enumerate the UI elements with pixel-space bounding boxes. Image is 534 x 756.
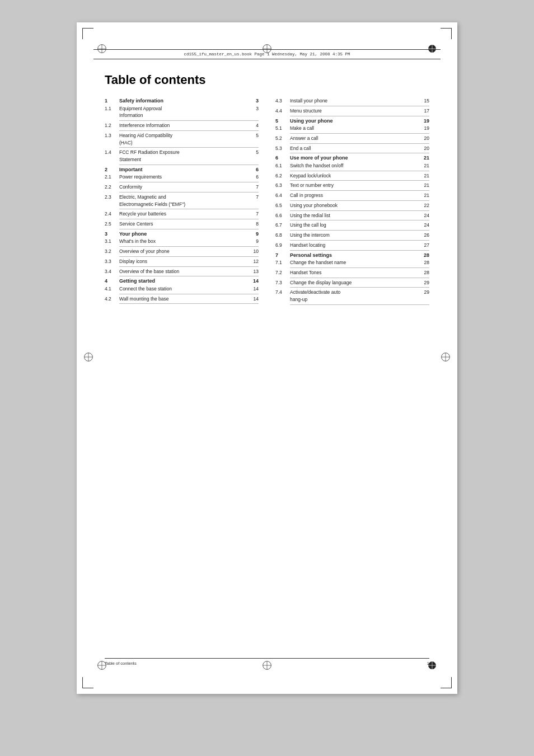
toc-entry-page: 29 [419,289,429,296]
toc-entry-page: 17 [419,107,429,115]
toc-entry-row: 2.4Recycle your batteries7 [105,210,259,218]
toc-entry-row: 4.4Menu structure17 [275,107,429,115]
toc-entry-title-line: Activate/deactivate auto [290,289,419,296]
toc-entry-number: 2.3 [105,194,119,201]
toc-entry: 6.8Using the intercom26 [275,232,429,242]
toc-entry-row: 7.4Activate/deactivate autohang-up29 [275,289,429,303]
toc-entry-title: Hearing Aid Compatibility(HAC) [119,132,249,147]
toc-entry: 2.2Conformity7 [105,184,259,194]
toc-entry: 2.5Service Centers8 [105,220,259,231]
toc-entry-title-line: Getting started [119,278,249,285]
page-title: Table of contents [105,73,429,87]
toc-entry-row: 2.1Power requirements6 [105,173,259,181]
toc-entry-number: 2.5 [105,220,119,228]
toc-entry-page: 28 [419,269,429,276]
toc-entry-title-line: Power requirements [119,173,249,181]
crop-mark-br [441,677,452,688]
toc-entry-title-line: Safety information [119,97,249,105]
toc-container: 1Safety information31.1Equipment Approva… [105,97,429,306]
toc-entry-title: Make a call [290,125,419,132]
toc-entry-title-line: Overview of the base station [119,268,249,275]
toc-entry-title: Getting started [119,278,249,285]
toc-entry-title-line: Connect the base station [119,285,249,293]
header-text: cd155_ifu_master_en_us.book Page 1 Wedne… [98,52,436,57]
toc-entry-number: 6.6 [275,212,290,219]
toc-entry-page: 21 [419,172,429,180]
document-page: cd155_ifu_master_en_us.book Page 1 Wedne… [77,22,457,694]
toc-entry-number: 6.1 [275,162,290,170]
toc-entry-page: 14 [249,285,259,293]
toc-entry: 5Using your phone19 [275,118,429,125]
toc-entry-page: 21 [419,182,429,189]
toc-entry-title: Using the intercom [290,232,419,239]
toc-entry-page: 10 [249,248,259,255]
toc-entry-row: 4Getting started14 [105,278,259,285]
footer-right: 1 [427,661,429,666]
toc-entry-number: 2.2 [105,184,119,191]
toc-entry-number: 7.1 [275,259,290,266]
toc-entry-title: Your phone [119,231,249,238]
toc-entry-title: Change the handset name [290,259,419,266]
toc-entry-title-line: Using the intercom [290,232,419,239]
toc-entry-number: 2.1 [105,173,119,181]
toc-entry-row: 4.2Wall mounting the base14 [105,295,259,303]
toc-entry-number: 1.2 [105,122,119,129]
toc-entry-row: 6.5Using your phonebook22 [275,202,429,209]
toc-entry-title: Install your phone [290,97,419,105]
toc-entry: 7.3Change the display language29 [275,279,429,289]
toc-entry: 6.3Text or number entry21 [275,182,429,192]
toc-entry-number: 3.1 [105,238,119,245]
toc-entry: 3.3Display icons12 [105,258,259,268]
toc-entry-title-line: Using your phone [290,118,419,125]
toc-entry-title: Recycle your batteries [119,210,249,218]
toc-entry-number: 6.2 [275,172,290,180]
toc-entry-number: 7.2 [275,269,290,276]
toc-entry-title-line: End a call [290,145,419,152]
toc-entry-number: 3.3 [105,258,119,265]
toc-entry: 4.4Menu structure17 [275,107,429,118]
toc-divider [290,230,429,231]
toc-entry-title-line: Hearing Aid Compatibility [119,132,249,139]
toc-entry-number: 4.4 [275,107,290,115]
toc-divider [290,287,429,288]
toc-entry-title-line: Electric, Magnetic and [119,194,249,201]
toc-entry-row: 5.2Answer a call20 [275,135,429,142]
toc-entry-page: 19 [419,118,429,125]
toc-entry-title: Overview of the base station [119,268,249,275]
toc-entry-title-line: Equipment Approval [119,105,249,112]
toc-entry-page: 28 [419,252,429,260]
toc-entry-title-line: Handset Tones [290,269,419,276]
toc-entry-title: Wall mounting the base [119,295,249,303]
toc-divider [290,304,429,305]
toc-entry-number: 4.2 [105,295,119,303]
toc-entry-page: 7 [249,184,259,191]
toc-entry-row: 3.2Overview of your phone10 [105,248,259,255]
toc-entry-row: 3.4Overview of the base station13 [105,268,259,275]
toc-divider [290,210,429,211]
toc-entry-page: 5 [249,132,259,139]
toc-left-column: 1Safety information31.1Equipment Approva… [105,97,259,306]
toc-entry-row: 3.1What's in the box9 [105,238,259,245]
toc-entry: 5.1Make a call19 [275,125,429,135]
toc-entry-page: 7 [249,210,259,218]
toc-entry-page: 3 [249,97,259,105]
toc-entry-title-line: Text or number entry [290,182,419,189]
toc-entry-title-line: Personal settings [290,252,419,260]
toc-entry-title: Using the call log [290,222,419,229]
toc-entry-row: 2.2Conformity7 [105,184,259,191]
toc-entry-number: 6 [275,154,290,162]
toc-divider [119,276,259,276]
toc-entry-row: 3.3Display icons12 [105,258,259,265]
toc-entry-row: 4.1Connect the base station14 [105,285,259,293]
toc-entry-page: 20 [419,135,429,142]
toc-entry-page: 24 [419,222,429,229]
toc-entry-title: Activate/deactivate autohang-up [290,289,419,303]
toc-entry: 4.1Connect the base station14 [105,285,259,295]
toc-entry-number: 7.4 [275,289,290,296]
toc-entry: 4.3Install your phone15 [275,97,429,107]
reg-mark-mid-right [441,352,451,364]
toc-entry-title: Answer a call [290,135,419,142]
toc-divider [290,250,429,251]
toc-entry: 5.3End a call20 [275,145,429,155]
toc-divider [290,143,429,144]
